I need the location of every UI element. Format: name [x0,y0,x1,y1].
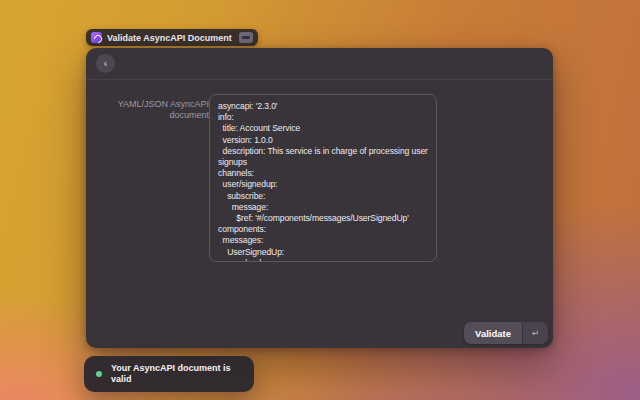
chevron-left-icon: ‹ [104,58,108,69]
asyncapi-extension-icon [91,32,102,43]
validate-asyncapi-window: ‹ YAML/JSON AsyncAPI document asyncapi: … [86,48,553,348]
toast-message: Your AsyncAPI document is valid [111,363,239,385]
validation-toast: Your AsyncAPI document is valid [84,356,254,392]
asyncapi-document-textarea[interactable]: asyncapi: '2.3.0' info: title: Account S… [209,94,437,262]
window-header: ‹ [86,48,553,80]
command-title-pill[interactable]: Validate AsyncAPI Document [86,29,258,46]
hotkey-recorder-icon[interactable] [239,32,253,43]
back-button[interactable]: ‹ [96,54,115,73]
document-field-label: YAML/JSON AsyncAPI document [95,99,209,121]
enter-key-icon: ↵ [522,322,548,344]
validate-button[interactable]: Validate [464,322,522,344]
success-dot-icon [96,371,102,377]
command-title: Validate AsyncAPI Document [107,33,232,43]
desktop-background: { "titlebar_pill": { "title": "Validate … [0,0,640,400]
validate-button-group[interactable]: Validate ↵ [464,322,548,344]
